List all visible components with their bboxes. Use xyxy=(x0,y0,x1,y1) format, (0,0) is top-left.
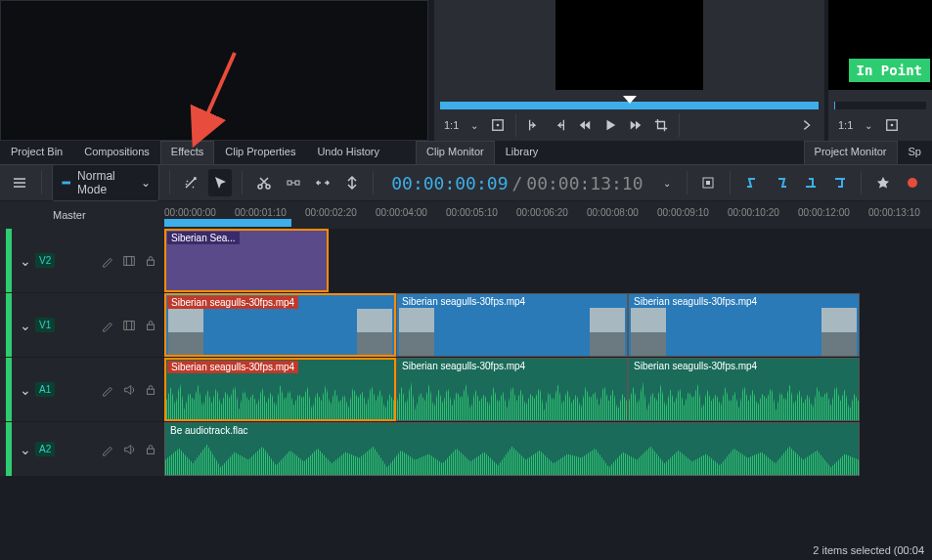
tab-undo-history[interactable]: Undo History xyxy=(306,141,390,164)
lock-icon[interactable] xyxy=(143,318,158,333)
ruler-tick: 00:00:04:00 xyxy=(376,207,427,218)
speaker-icon[interactable] xyxy=(121,382,137,398)
cursor-icon[interactable] xyxy=(208,169,232,196)
zoom-label-right[interactable]: 1:1 xyxy=(834,119,857,131)
svg-rect-14 xyxy=(124,256,135,265)
clip-v1-2[interactable]: Siberian seagulls-30fps.mp4 xyxy=(628,293,860,357)
chevron-down-icon[interactable]: ⌄ xyxy=(20,442,31,457)
tab-clip-monitor[interactable]: Clip Monitor xyxy=(416,141,495,164)
chevron-down-icon[interactable]: ⌄ xyxy=(20,318,31,333)
edit-icon[interactable] xyxy=(100,442,115,457)
track-handle[interactable] xyxy=(6,422,12,476)
out-point-icon[interactable] xyxy=(548,113,571,137)
chevron-down-icon[interactable]: ⌄ xyxy=(657,178,677,189)
lock-icon[interactable] xyxy=(143,382,158,398)
trackbody-a1[interactable]: Siberian seagulls-30fps.mp4 Siberian sea… xyxy=(164,358,932,421)
zone-in-icon[interactable] xyxy=(740,169,764,196)
trackbody-v1[interactable]: Siberian seagulls-30fps.mp4 Siberian sea… xyxy=(164,293,932,357)
timeline-toolbar: Normal Mode ⌄ 00:00:00:09/00:00:13:10 ⌄ xyxy=(0,164,932,201)
tab-project-bin[interactable]: Project Bin xyxy=(0,141,73,164)
chevron-down-icon[interactable]: ⌄ xyxy=(20,253,31,269)
timeline-ruler[interactable]: 00:00:00:00 00:00:01:10 00:00:02:20 00:0… xyxy=(164,201,932,229)
tab-project-monitor[interactable]: Project Monitor xyxy=(804,141,898,164)
frame-icon[interactable] xyxy=(486,113,510,137)
in-point-badge: In Point xyxy=(849,59,930,82)
lock-icon[interactable] xyxy=(143,253,158,269)
svg-point-3 xyxy=(497,124,500,127)
lock-icon[interactable] xyxy=(143,442,158,457)
ruler-zone[interactable] xyxy=(164,219,291,227)
clip-monitor-panel: 1:1 ⌄ xyxy=(434,0,824,141)
trackbody-v2[interactable]: Siberian Sea... xyxy=(164,229,932,292)
insert-icon[interactable] xyxy=(340,169,364,196)
zoom-label[interactable]: 1:1 xyxy=(440,119,463,131)
chevron-down-icon[interactable]: ⌄ xyxy=(859,120,878,131)
favorite-icon[interactable] xyxy=(871,169,895,196)
chevron-down-icon[interactable]: ⌄ xyxy=(20,382,31,398)
edit-mode-dropdown[interactable]: Normal Mode ⌄ xyxy=(52,164,159,201)
magic-wand-icon[interactable] xyxy=(180,169,203,196)
extract-icon[interactable] xyxy=(828,169,852,196)
zone-out-icon[interactable] xyxy=(770,169,793,196)
clip-a1-2[interactable]: Siberian seagulls-30fps.mp4 xyxy=(628,358,860,421)
track-handle[interactable] xyxy=(6,229,12,292)
marker-icon[interactable] xyxy=(696,169,720,196)
clip-v1-0[interactable]: Siberian seagulls-30fps.mp4 xyxy=(164,293,396,357)
frame-icon[interactable] xyxy=(880,113,904,137)
timeline: Master 00:00:00:00 00:00:01:10 00:00:02:… xyxy=(0,201,932,477)
project-monitor-scrubber[interactable] xyxy=(834,102,926,109)
clip-label: Siberian seagulls-30fps.mp4 xyxy=(630,295,761,308)
razor-icon[interactable] xyxy=(252,169,276,196)
clip-v1-1[interactable]: Siberian seagulls-30fps.mp4 xyxy=(396,293,628,357)
tab-sp[interactable]: Sp xyxy=(898,141,932,164)
trackbody-a2[interactable]: Be audiotrack.flac xyxy=(164,422,932,476)
edit-icon[interactable] xyxy=(100,253,115,269)
spacer-icon[interactable] xyxy=(282,169,305,196)
project-monitor-panel: In Point 1:1 ⌄ xyxy=(828,0,932,141)
forward-icon[interactable] xyxy=(624,113,647,137)
clip-monitor-preview[interactable] xyxy=(555,0,703,90)
rewind-icon[interactable] xyxy=(573,113,597,137)
ruler-tick: 00:00:09:10 xyxy=(657,207,709,218)
trackhead-v1[interactable]: ⌄ V1 xyxy=(0,293,164,357)
in-point-icon[interactable] xyxy=(522,113,546,137)
statusbar: 2 items selected (00:04 xyxy=(805,540,932,560)
crop-icon[interactable] xyxy=(649,113,673,137)
svg-point-5 xyxy=(891,124,894,127)
play-icon[interactable] xyxy=(599,113,622,137)
timecode-display[interactable]: 00:00:00:09/00:00:13:10 xyxy=(383,173,650,194)
edit-icon[interactable] xyxy=(100,318,115,333)
ruler-tick: 00:00:05:10 xyxy=(446,207,498,218)
menu-icon[interactable] xyxy=(8,169,31,196)
scrub-handle-icon[interactable] xyxy=(623,96,637,104)
thumbnail xyxy=(399,308,434,356)
overwrite-icon[interactable] xyxy=(799,169,822,196)
clip-label: Siberian seagulls-30fps.mp4 xyxy=(167,296,298,309)
trackhead-a1[interactable]: ⌄ A1 xyxy=(0,358,164,421)
tab-effects[interactable]: Effects xyxy=(160,141,214,164)
thumbnail xyxy=(168,309,203,355)
chevron-down-icon[interactable]: ⌄ xyxy=(465,120,484,131)
clip-a1-1[interactable]: Siberian seagulls-30fps.mp4 xyxy=(396,358,628,421)
tab-clip-properties[interactable]: Clip Properties xyxy=(214,141,306,164)
waveform xyxy=(397,372,627,420)
edit-icon[interactable] xyxy=(100,382,115,398)
track-handle[interactable] xyxy=(6,293,12,357)
trackhead-v2[interactable]: ⌄ V2 xyxy=(0,229,164,292)
next-icon[interactable] xyxy=(795,113,819,137)
tab-library[interactable]: Library xyxy=(495,141,550,164)
chevron-down-icon: ⌄ xyxy=(141,176,151,190)
film-icon[interactable] xyxy=(121,253,137,269)
trackhead-a2[interactable]: ⌄ A2 xyxy=(0,422,164,476)
clip-a1-0[interactable]: Siberian seagulls-30fps.mp4 xyxy=(164,358,396,421)
waveform xyxy=(165,437,859,475)
clip-a2-0[interactable]: Be audiotrack.flac xyxy=(164,422,860,476)
film-icon[interactable] xyxy=(121,318,137,333)
clip-v2-0[interactable]: Siberian Sea... xyxy=(164,229,329,292)
speaker-icon[interactable] xyxy=(121,442,137,457)
svg-rect-9 xyxy=(288,181,291,185)
tab-compositions[interactable]: Compositions xyxy=(73,141,160,164)
record-icon[interactable] xyxy=(901,169,924,196)
track-handle[interactable] xyxy=(6,358,12,421)
fit-icon[interactable] xyxy=(311,169,334,196)
